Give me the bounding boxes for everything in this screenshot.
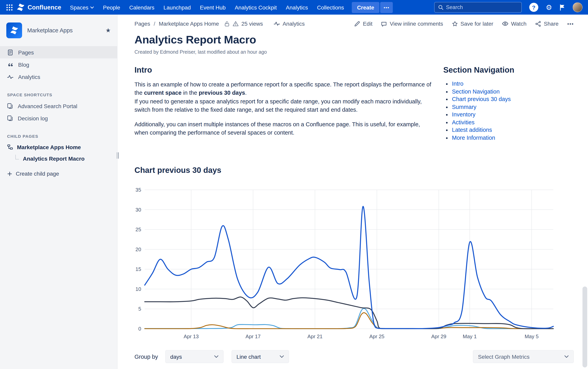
chart-canvas: Apr 13Apr 17Apr 21Apr 25Apr 29May 1May 5… [134, 184, 555, 341]
eye-icon [502, 21, 508, 26]
chart-type-select[interactable]: Line chart [231, 350, 289, 363]
section-link-intro[interactable]: Intro [452, 81, 463, 87]
views-count[interactable]: 25 views [241, 20, 263, 27]
space-logo[interactable] [6, 22, 22, 38]
svg-text:20: 20 [135, 246, 141, 252]
blog-quote-icon [7, 61, 13, 68]
nav-launchpad[interactable]: Launchpad [163, 4, 191, 10]
page-actions: Edit View inline comments Save for later [354, 20, 574, 27]
svg-text:25: 25 [135, 226, 141, 232]
section-link-summary[interactable]: Summary [452, 103, 476, 110]
confluence-logo[interactable]: Confluence [17, 4, 61, 11]
intro-paragraph-1: This is an example of how to create a pe… [134, 81, 432, 114]
section-link-latest-additions[interactable]: Latest additions [452, 127, 492, 133]
space-sidebar: Marketplace Apps ★ Pages Blog Analyti [0, 15, 118, 369]
chart-heading: Chart previous 30 days [134, 166, 574, 175]
sidebar-resize-handle[interactable] [116, 151, 120, 160]
svg-text:May 1: May 1 [463, 333, 477, 339]
share-button[interactable]: Share [535, 20, 559, 27]
page-analytics-link[interactable]: Analytics [273, 20, 305, 27]
favorite-space-icon[interactable]: ★ [106, 27, 111, 34]
page-tree-icon [7, 144, 13, 150]
section-link-inventory[interactable]: Inventory [452, 111, 475, 118]
help-icon[interactable]: ? [529, 3, 538, 12]
section-navigation: Section Navigation Intro Section Navigat… [443, 65, 573, 142]
list-item: More Information [452, 134, 573, 141]
warning-icon [233, 21, 239, 26]
svg-text:15: 15 [135, 266, 141, 272]
svg-text:Apr 21: Apr 21 [307, 333, 323, 339]
section-link-activities[interactable]: Activities [452, 119, 474, 125]
list-item: Inventory [452, 111, 573, 118]
section-link-section-navigation[interactable]: Section Navigation [452, 88, 500, 94]
shortcut-decision-log[interactable]: Decision log [0, 112, 117, 124]
group-by-select[interactable]: days [165, 350, 223, 363]
app-switcher-icon[interactable] [4, 2, 15, 13]
series-orange [145, 313, 553, 329]
graph-metrics-select[interactable]: Select Graph Metrics [473, 350, 574, 363]
section-link-more-information[interactable]: More Information [452, 134, 495, 141]
intro-heading: Intro [134, 65, 432, 75]
sidebar-item-analytics[interactable]: Analytics [0, 71, 117, 83]
settings-gear-icon[interactable]: ⚙ [546, 4, 552, 11]
global-search[interactable] [434, 2, 522, 13]
top-navigation: Confluence Spaces People Calendars Launc… [0, 0, 588, 15]
create-button[interactable]: Create [352, 2, 379, 13]
child-page-analytics-report-macro[interactable]: Analytics Report Macro [0, 153, 117, 164]
list-item: Latest additions [452, 127, 573, 133]
intro-paragraph-2: Additionally, you can insert multiple in… [134, 120, 432, 137]
save-for-later-button[interactable]: Save for later [452, 20, 493, 27]
nav-event-hub[interactable]: Event Hub [200, 4, 226, 10]
nav-people[interactable]: People [103, 4, 120, 10]
nav-analytics-cockpit[interactable]: Analytics Cockpit [235, 4, 277, 10]
plus-icon [7, 171, 12, 176]
sidebar-item-pages[interactable]: Pages [0, 46, 117, 58]
vertical-scrollbar-thumb[interactable] [582, 287, 587, 368]
list-item: Section Navigation [452, 88, 573, 94]
nav-spaces[interactable]: Spaces [70, 4, 94, 10]
page-body: Intro This is an example of how to creat… [134, 65, 432, 142]
svg-text:10: 10 [135, 286, 141, 292]
restrictions-unlocked-icon[interactable] [224, 21, 230, 27]
breadcrumb-parent-page[interactable]: Marketplace Apps Home [159, 20, 219, 27]
main-content: Pages / Marketplace Apps Home 25 views [118, 15, 588, 369]
chevron-down-icon [90, 6, 94, 9]
user-avatar[interactable] [573, 2, 582, 12]
list-item: Summary [452, 103, 573, 110]
analytics-pulse-icon [273, 20, 280, 27]
watch-button[interactable]: Watch [502, 20, 527, 27]
edit-button[interactable]: Edit [354, 20, 372, 27]
primary-nav: Spaces People Calendars Launchpad Event … [70, 4, 344, 10]
page-title: Analytics Report Macro [134, 33, 574, 46]
page-more-actions-button[interactable]: ••• [567, 21, 574, 27]
brand-name: Confluence [28, 4, 61, 11]
svg-text:30: 30 [135, 207, 141, 213]
space-shortcuts-header: SPACE SHORTCUTS [7, 92, 117, 97]
create-child-page-button[interactable]: Create child page [0, 171, 117, 177]
sidebar-item-blog[interactable]: Blog [0, 58, 117, 71]
chart-controls: Group by days Line chart Select Graph Me… [134, 350, 574, 363]
section-link-chart[interactable]: Chart previous 30 days [452, 96, 511, 102]
page-byline: Created by Edmond Preiser, last modified… [134, 49, 574, 55]
list-item: Intro [452, 81, 573, 87]
nav-collections[interactable]: Collections [317, 4, 344, 10]
svg-text:35: 35 [135, 187, 141, 193]
space-name[interactable]: Marketplace Apps [27, 27, 100, 33]
comment-bubble-icon [381, 21, 387, 27]
group-by-label: Group by [134, 353, 158, 360]
feedback-flag-icon[interactable] [560, 4, 565, 10]
nav-analytics[interactable]: Analytics [286, 4, 308, 10]
series-blue [145, 206, 553, 328]
line-chart: Apr 13Apr 17Apr 21Apr 25Apr 29May 1May 5… [134, 184, 574, 341]
breadcrumb-pages[interactable]: Pages [134, 20, 150, 27]
confluence-mark-icon [17, 4, 25, 11]
breadcrumb: Pages / Marketplace Apps Home 25 views [134, 20, 305, 27]
inline-comments-button[interactable]: View inline comments [381, 20, 443, 27]
nav-calendars[interactable]: Calendars [129, 4, 154, 10]
shortcut-advanced-search-portal[interactable]: Advanced Search Portal [0, 100, 117, 112]
star-outline-icon [452, 21, 458, 27]
create-more-button[interactable]: ••• [380, 2, 393, 13]
child-page-marketplace-apps-home[interactable]: Marketplace Apps Home [0, 141, 117, 153]
svg-text:Apr 17: Apr 17 [246, 333, 261, 339]
search-input[interactable] [446, 4, 518, 10]
